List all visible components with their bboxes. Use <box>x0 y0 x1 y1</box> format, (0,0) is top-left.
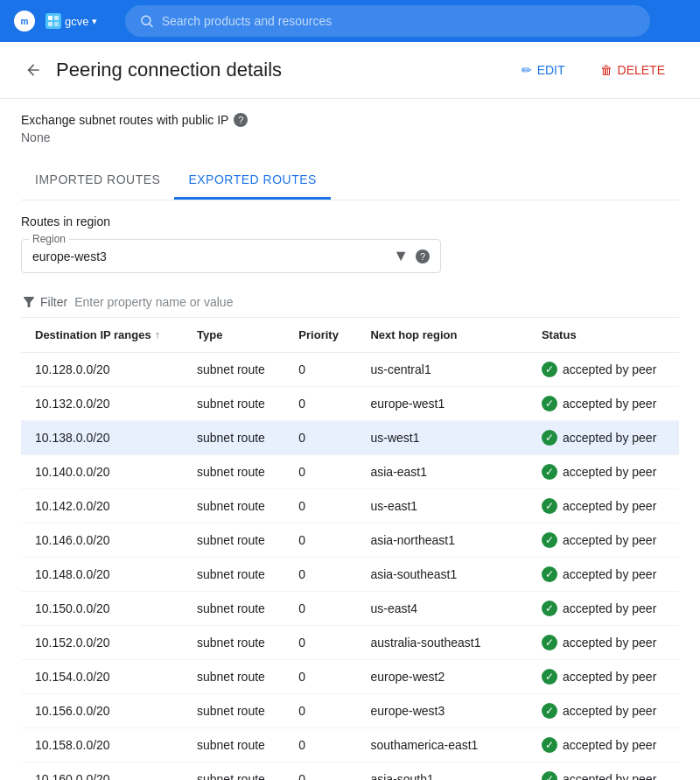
cell-priority: 0 <box>284 626 356 660</box>
table-row: 10.146.0.0/20subnet route0asia-northeast… <box>21 524 679 558</box>
cell-next-hop: europe-west1 <box>356 387 527 421</box>
cell-priority: 0 <box>284 660 356 694</box>
cell-type: subnet route <box>183 489 284 524</box>
cell-priority: 0 <box>284 694 356 728</box>
tab-imported-routes[interactable]: IMPORTED ROUTES <box>21 162 174 200</box>
region-field-icons: ▼ ? <box>393 247 430 265</box>
cell-type: subnet route <box>183 387 284 421</box>
app-logo-icon: m <box>14 11 35 32</box>
dropdown-icon: ▼ <box>393 247 409 265</box>
filter-input[interactable] <box>74 295 679 309</box>
page-title: Peering connection details <box>56 59 497 81</box>
cell-type: subnet route <box>183 353 284 387</box>
cell-type: subnet route <box>183 421 284 455</box>
cell-next-hop: asia-southeast1 <box>356 558 527 592</box>
cell-dest: 10.138.0.0/20 <box>21 421 183 455</box>
pencil-icon: ✏ <box>522 63 532 77</box>
cell-status: ✓ accepted by peer <box>528 694 679 728</box>
exchange-subnet-label: Exchange subnet routes with public IP ? <box>21 113 679 127</box>
cell-status: ✓ accepted by peer <box>528 421 679 455</box>
table-row: 10.128.0.0/20subnet route0us-central1 ✓ … <box>21 353 679 387</box>
tab-exported-routes[interactable]: EXPORTED ROUTES <box>174 162 331 200</box>
cell-next-hop: us-east1 <box>356 489 527 524</box>
cell-next-hop: europe-west3 <box>356 694 527 728</box>
cell-priority: 0 <box>284 524 356 558</box>
cell-priority: 0 <box>284 353 356 387</box>
status-text: accepted by peer <box>563 465 656 479</box>
status-text: accepted by peer <box>563 533 656 547</box>
cell-next-hop: asia-northeast1 <box>356 524 527 558</box>
routes-table: Destination IP ranges ↑ Type Priority Ne… <box>21 318 679 780</box>
edit-button[interactable]: ✏ EDIT <box>508 56 579 84</box>
back-button[interactable] <box>21 58 46 82</box>
product-name: gcve <box>65 15 88 28</box>
routes-title: Routes in region <box>21 214 679 228</box>
top-nav: m gcve ▾ <box>0 0 700 42</box>
cell-type: subnet route <box>183 558 284 592</box>
cell-dest: 10.160.0.0/20 <box>21 762 183 781</box>
status-accepted-icon: ✓ <box>542 362 557 377</box>
cell-type: subnet route <box>183 694 284 728</box>
table-row: 10.142.0.0/20subnet route0us-east1 ✓ acc… <box>21 489 679 524</box>
cell-status: ✓ accepted by peer <box>528 489 679 524</box>
cell-dest: 10.142.0.0/20 <box>21 489 183 524</box>
app-logo[interactable]: m <box>14 11 35 32</box>
status-text: accepted by peer <box>563 636 656 650</box>
cell-dest: 10.152.0.0/20 <box>21 626 183 660</box>
filter-icon <box>21 294 37 310</box>
status-accepted-icon: ✓ <box>542 464 557 480</box>
cell-priority: 0 <box>284 728 356 762</box>
filter-icon-wrap: Filter <box>21 294 67 310</box>
delete-button[interactable]: 🗑 DELETE <box>586 56 679 84</box>
page-header: Peering connection details ✏ EDIT 🗑 DELE… <box>0 42 700 99</box>
search-bar[interactable] <box>125 5 650 37</box>
routes-section: Routes in region Region europe-west3 ▼ ?… <box>21 200 679 780</box>
cell-dest: 10.146.0.0/20 <box>21 524 183 558</box>
col-next-hop: Next hop region <box>356 318 527 353</box>
cell-type: subnet route <box>183 728 284 762</box>
cell-priority: 0 <box>284 762 356 781</box>
table-header: Destination IP ranges ↑ Type Priority Ne… <box>21 318 679 353</box>
region-help-icon[interactable]: ? <box>416 249 430 264</box>
product-chevron: ▾ <box>92 16 97 27</box>
region-selector[interactable]: Region europe-west3 ▼ ? <box>21 239 441 273</box>
cell-priority: 0 <box>284 558 356 592</box>
status-text: accepted by peer <box>563 567 656 581</box>
status-text: accepted by peer <box>563 431 656 445</box>
cell-status: ✓ accepted by peer <box>528 455 679 489</box>
svg-rect-0 <box>48 16 52 20</box>
product-icon <box>46 13 61 29</box>
sort-arrow-dest: ↑ <box>155 329 160 341</box>
cell-type: subnet route <box>183 762 284 781</box>
cell-dest: 10.150.0.0/20 <box>21 592 183 626</box>
cell-dest: 10.154.0.0/20 <box>21 660 183 694</box>
status-text: accepted by peer <box>563 499 656 513</box>
header-actions: ✏ EDIT 🗑 DELETE <box>508 56 679 84</box>
cell-next-hop: us-east4 <box>356 592 527 626</box>
col-priority: Priority <box>284 318 356 353</box>
cell-type: subnet route <box>183 626 284 660</box>
svg-rect-3 <box>54 22 59 26</box>
cell-next-hop: europe-west2 <box>356 660 527 694</box>
status-text: accepted by peer <box>563 772 656 780</box>
status-text: accepted by peer <box>563 397 656 411</box>
cell-next-hop: asia-south1 <box>356 762 527 781</box>
help-icon[interactable]: ? <box>234 113 248 127</box>
cell-next-hop: asia-east1 <box>356 455 527 489</box>
table-row: 10.140.0.0/20subnet route0asia-east1 ✓ a… <box>21 455 679 489</box>
status-text: accepted by peer <box>563 704 656 718</box>
search-input[interactable] <box>162 14 637 28</box>
product-selector[interactable]: gcve ▾ <box>46 13 97 29</box>
filter-bar: Filter <box>21 287 679 318</box>
cell-status: ✓ accepted by peer <box>528 387 679 421</box>
filter-label: Filter <box>40 295 67 309</box>
table-row: 10.138.0.0/20subnet route0us-west1 ✓ acc… <box>21 421 679 455</box>
table-header-row: Destination IP ranges ↑ Type Priority Ne… <box>21 318 679 353</box>
region-label: Region <box>29 233 69 245</box>
cell-priority: 0 <box>284 421 356 455</box>
table-row: 10.148.0.0/20subnet route0asia-southeast… <box>21 558 679 592</box>
svg-rect-2 <box>48 22 52 26</box>
status-accepted-icon: ✓ <box>542 601 557 616</box>
col-dest: Destination IP ranges ↑ <box>21 318 183 353</box>
cell-type: subnet route <box>183 524 284 558</box>
